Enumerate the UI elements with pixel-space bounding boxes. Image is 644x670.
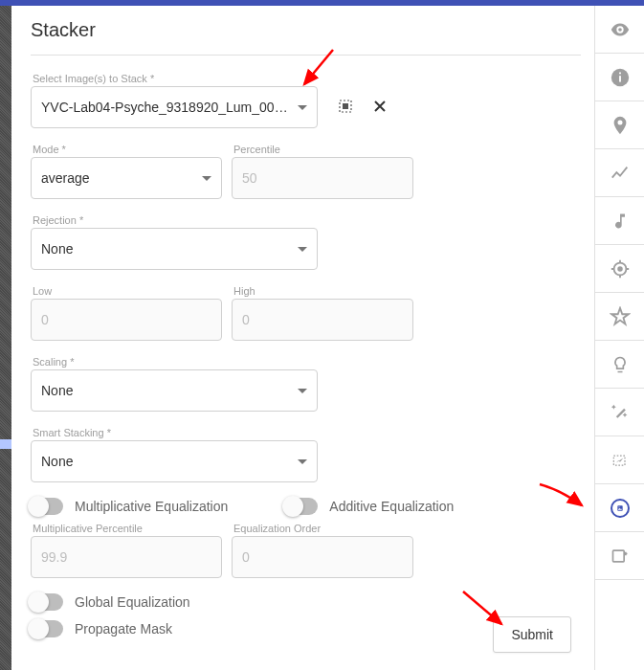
page-title: Stacker: [31, 19, 581, 41]
sidebar-target-icon[interactable]: [595, 245, 644, 293]
smart-stacking-dropdown[interactable]: None: [31, 440, 318, 482]
rejection-label: Rejection *: [31, 214, 318, 226]
select-images-label: Select Image(s) to Stack *: [31, 73, 318, 84]
smart-stacking-value: None: [41, 454, 292, 469]
percentile-value: 50: [242, 170, 403, 186]
right-sidebar: [594, 6, 644, 670]
mode-dropdown[interactable]: average: [31, 157, 222, 199]
mult-percentile-label: Multiplicative Percentile: [31, 523, 222, 534]
smart-stacking-label: Smart Stacking *: [31, 427, 318, 438]
svg-rect-5: [619, 72, 621, 74]
chevron-down-icon: [202, 176, 211, 181]
svg-rect-8: [613, 456, 625, 465]
svg-rect-9: [617, 505, 622, 510]
sidebar-stacker-icon[interactable]: [595, 484, 644, 532]
sidebar-music-icon[interactable]: [595, 197, 644, 245]
percentile-input[interactable]: 50: [232, 157, 413, 199]
low-value: 0: [41, 312, 211, 327]
scaling-dropdown[interactable]: None: [31, 369, 318, 412]
submit-button[interactable]: Submit: [493, 616, 571, 653]
high-label: High: [232, 285, 413, 297]
rejection-value: None: [41, 241, 292, 257]
mult-percentile-input[interactable]: 99.9: [31, 536, 222, 578]
mult-percentile-value: 99.9: [41, 549, 211, 565]
sidebar-wand-icon[interactable]: [595, 389, 644, 436]
stacker-panel: Stacker Select Image(s) to Stack * YVC-L…: [11, 6, 594, 670]
mode-value: average: [41, 170, 196, 186]
divider: [31, 55, 581, 56]
clear-selection-icon[interactable]: [369, 96, 390, 117]
chevron-down-icon: [298, 389, 307, 393]
svg-point-7: [618, 267, 622, 271]
propagate-mask-toggle[interactable]: [31, 620, 63, 637]
eq-order-input[interactable]: 0: [232, 536, 413, 578]
svg-point-2: [618, 28, 622, 32]
select-images-dropdown[interactable]: YVC-Lab04-Psyche_9318920_Lum_0000_reduc.…: [31, 86, 318, 128]
scaling-value: None: [41, 383, 292, 398]
eq-order-label: Equalization Order: [232, 523, 413, 534]
scaling-label: Scaling *: [31, 356, 318, 368]
global-eq-toggle[interactable]: [31, 593, 63, 611]
chevron-down-icon: [298, 105, 307, 110]
high-input[interactable]: 0: [232, 299, 413, 341]
add-eq-toggle[interactable]: [285, 498, 318, 515]
sidebar-location-icon[interactable]: [595, 101, 644, 149]
mult-eq-label: Multiplicative Equalization: [75, 499, 228, 514]
sidebar-chart-icon[interactable]: [595, 149, 644, 197]
select-all-icon[interactable]: [335, 96, 356, 117]
sidebar-info-icon[interactable]: [595, 54, 644, 101]
chevron-down-icon: [298, 459, 307, 464]
sidebar-image-crop-icon[interactable]: [595, 436, 644, 484]
propagate-mask-label: Propagate Mask: [75, 621, 172, 636]
mult-eq-toggle[interactable]: [31, 498, 63, 515]
mode-label: Mode *: [31, 144, 222, 155]
svg-rect-1: [343, 103, 348, 109]
eq-order-value: 0: [242, 549, 403, 565]
sidebar-bulb-icon[interactable]: [595, 341, 644, 389]
high-value: 0: [242, 312, 403, 327]
add-eq-label: Additive Equalization: [329, 499, 454, 514]
svg-rect-11: [612, 550, 624, 562]
low-label: Low: [31, 285, 222, 297]
sidebar-visibility-icon[interactable]: [595, 6, 644, 54]
chevron-down-icon: [298, 247, 307, 252]
global-eq-label: Global Equalization: [75, 594, 190, 610]
percentile-label: Percentile: [232, 144, 413, 155]
svg-point-10: [618, 506, 619, 507]
rejection-dropdown[interactable]: None: [31, 228, 318, 270]
sidebar-add-image-icon[interactable]: [595, 532, 644, 580]
left-gutter: [0, 6, 11, 670]
sidebar-star-icon[interactable]: [595, 293, 644, 341]
svg-rect-4: [619, 76, 621, 81]
low-input[interactable]: 0: [31, 299, 222, 341]
select-images-value: YVC-Lab04-Psyche_9318920_Lum_0000_reduc.…: [41, 100, 292, 115]
